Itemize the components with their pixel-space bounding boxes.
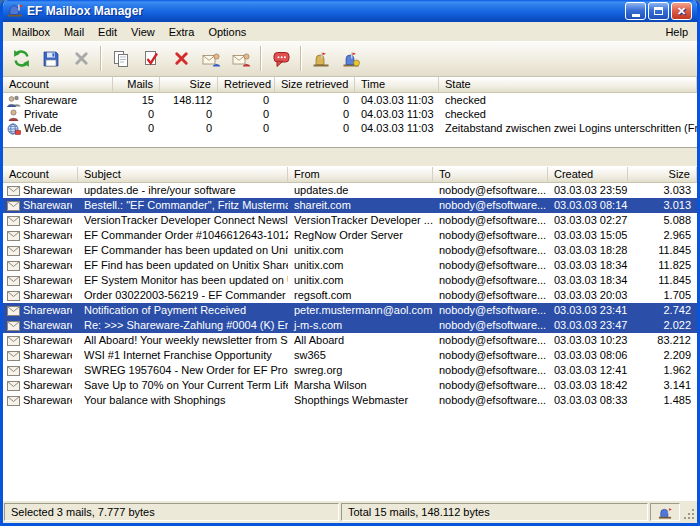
mail-subject: VersionTracker Developer Connect Newslet…	[78, 213, 288, 228]
envelope-icon	[7, 201, 20, 211]
mail-account: Shareware	[23, 363, 72, 378]
menu-edit[interactable]: Edit	[91, 24, 124, 40]
envelope-icon	[7, 291, 20, 301]
mail-row[interactable]: Shareware All Aboard! Your weekly newsle…	[3, 333, 697, 348]
approve-mail-icon[interactable]	[136, 44, 166, 74]
account-size: 0	[160, 121, 218, 135]
accounts-col-retrieved[interactable]: Retrieved	[218, 77, 275, 93]
mail-size: 3.141	[628, 378, 697, 393]
mail-col-from[interactable]: From	[288, 167, 433, 183]
mail-to: nobody@efsoftware...	[433, 213, 548, 228]
mail-col-account[interactable]: Account	[3, 167, 78, 183]
retrieve-mail-icon[interactable]	[196, 44, 226, 74]
envelope-icon	[7, 321, 20, 331]
mail-from: peter.mustermann@aol.com	[288, 303, 433, 318]
mail-subject: EF Find has been updated on Unitix Share…	[78, 258, 288, 273]
refresh-icon[interactable]	[6, 44, 36, 74]
mail-account-cell: Shareware	[3, 363, 78, 378]
mail-row[interactable]: Shareware Bestell.: "EF Commander", Frit…	[3, 198, 697, 213]
mail-account-cell: Shareware	[3, 198, 78, 213]
mail-created: 03.03.03 23:59	[548, 183, 628, 198]
mailbox-edit-icon[interactable]	[336, 44, 366, 74]
menu-mailbox[interactable]: Mailbox	[5, 24, 57, 40]
mail-created: 03.03.03 23:41	[548, 303, 628, 318]
panel-splitter[interactable]	[3, 147, 697, 167]
mail-row[interactable]: Shareware EF Find has been updated on Un…	[3, 258, 697, 273]
mail-col-size[interactable]: Size	[628, 167, 697, 183]
mail-row[interactable]: Shareware SWREG 1957604 - New Order for …	[3, 363, 697, 378]
mail-account-cell: Shareware	[3, 243, 78, 258]
menu-mail[interactable]: Mail	[57, 24, 91, 40]
mail-created: 03.03.03 08:14	[548, 198, 628, 213]
mail-row[interactable]: Shareware updates.de - ihre/your softwar…	[3, 183, 697, 198]
retrieve-all-icon[interactable]	[226, 44, 256, 74]
menu-view[interactable]: View	[124, 24, 162, 40]
envelope-icon	[7, 216, 20, 226]
mail-from: j-m-s.com	[288, 318, 433, 333]
account-row[interactable]: Shareware 15 148.112 0 0 04.03.03 11:03 …	[3, 93, 697, 107]
accounts-col-size-retrieved[interactable]: Size retrieved	[275, 77, 355, 93]
accounts-col-size[interactable]: Size	[160, 77, 218, 93]
mail-to: nobody@efsoftware...	[433, 288, 548, 303]
mail-col-to[interactable]: To	[433, 167, 548, 183]
accounts-col-time[interactable]: Time	[355, 77, 439, 93]
envelope-icon	[7, 381, 20, 391]
mail-created: 03.03.03 23:47	[548, 318, 628, 333]
account-type-icon	[7, 121, 21, 135]
save-icon[interactable]	[36, 44, 66, 74]
app-window: EF Mailbox Manager ✕ Mailbox Mail Edit V…	[0, 0, 700, 526]
stop-icon[interactable]	[66, 44, 96, 74]
mail-account: Shareware	[23, 228, 72, 243]
mailbox-new-icon[interactable]	[306, 44, 336, 74]
menu-options[interactable]: Options	[201, 24, 253, 40]
accounts-col-state[interactable]: State	[439, 77, 697, 93]
account-name: Private	[24, 107, 58, 121]
mail-row[interactable]: Shareware Notification of Payment Receiv…	[3, 303, 697, 318]
minimize-button[interactable]	[625, 2, 646, 20]
close-button[interactable]: ✕	[671, 2, 692, 20]
mail-row[interactable]: Shareware Order 03022003-56219 - EF Comm…	[3, 288, 697, 303]
account-row[interactable]: Private 0 0 0 0 04.03.03 11:03 checked	[3, 107, 697, 121]
delete-icon[interactable]	[166, 44, 196, 74]
mail-subject: SWREG 1957604 - New Order for EF Process…	[78, 363, 288, 378]
menu-extra[interactable]: Extra	[162, 24, 202, 40]
mail-account-cell: Shareware	[3, 258, 78, 273]
mail-row[interactable]: Shareware Save Up to 70% on Your Current…	[3, 378, 697, 393]
mail-from: All Aboard	[288, 333, 433, 348]
resize-grip[interactable]	[682, 503, 696, 521]
mail-row[interactable]: Shareware Your balance with Shophings Sh…	[3, 393, 697, 408]
mail-subject: EF System Monitor has been updated on Un…	[78, 273, 288, 288]
mail-row[interactable]: Shareware WSI #1 Internet Franchise Oppo…	[3, 348, 697, 363]
accounts-col-mails[interactable]: Mails	[113, 77, 160, 93]
account-retrieved: 0	[218, 107, 275, 121]
mail-size: 1.962	[628, 363, 697, 378]
account-size-retrieved: 0	[275, 107, 355, 121]
mail-to: nobody@efsoftware...	[433, 333, 548, 348]
mail-row[interactable]: Shareware Re: >>> Shareware-Zahlung #000…	[3, 318, 697, 333]
mail-created: 03.03.03 18:34	[548, 273, 628, 288]
account-row[interactable]: Web.de 0 0 0 0 04.03.03 11:03 Zeitabstan…	[3, 121, 697, 135]
envelope-icon	[7, 246, 20, 256]
mail-row[interactable]: Shareware VersionTracker Developer Conne…	[3, 213, 697, 228]
account-retrieved: 0	[218, 121, 275, 135]
mail-col-subject[interactable]: Subject	[78, 167, 288, 183]
mail-created: 03.03.03 18:34	[548, 258, 628, 273]
mail-row[interactable]: Shareware EF System Monitor has been upd…	[3, 273, 697, 288]
mail-row[interactable]: Shareware EF Commander has been updated …	[3, 243, 697, 258]
accounts-panel: Account Mails Size Retrieved Size retrie…	[3, 77, 697, 147]
account-state: checked	[439, 107, 697, 121]
view-mail-icon[interactable]	[106, 44, 136, 74]
mail-account-cell: Shareware	[3, 318, 78, 333]
maximize-button[interactable]	[648, 2, 669, 20]
mail-panel: Account Subject From To Created Size Sha…	[3, 167, 697, 501]
mail-col-created[interactable]: Created	[548, 167, 628, 183]
mail-account: Shareware	[23, 318, 72, 333]
accounts-col-account[interactable]: Account	[3, 77, 113, 93]
balloon-icon[interactable]	[266, 44, 296, 74]
mail-header: Account Subject From To Created Size	[3, 167, 697, 183]
menu-help[interactable]: Help	[658, 24, 695, 40]
mail-created: 03.03.03 18:42	[548, 378, 628, 393]
mail-row[interactable]: Shareware EF Commander Order #1046612643…	[3, 228, 697, 243]
mail-account: Shareware	[23, 213, 72, 228]
account-time: 04.03.03 11:03	[355, 121, 439, 135]
